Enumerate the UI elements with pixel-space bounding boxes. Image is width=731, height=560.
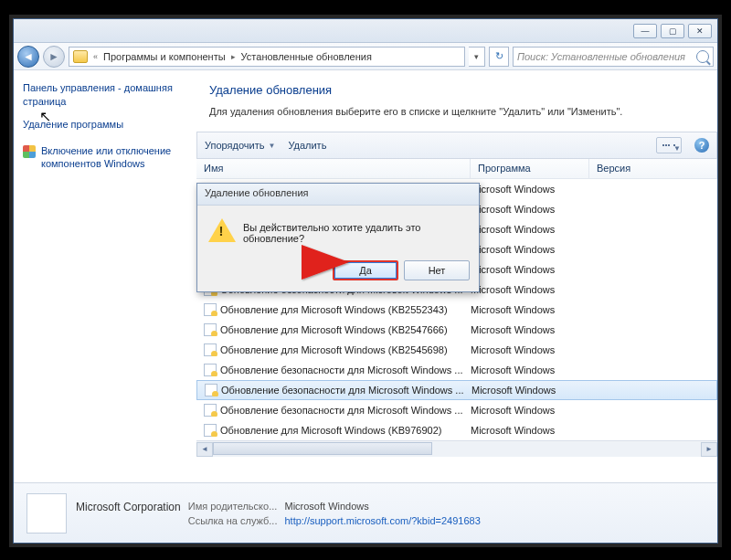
scroll-right-icon[interactable]: ► — [701, 442, 717, 457]
breadcrumb-programs[interactable]: Программы и компоненты — [103, 51, 226, 62]
update-program: Microsoft Windows — [471, 244, 589, 255]
refresh-button[interactable]: ↻ — [489, 47, 509, 67]
update-program: Microsoft Windows — [471, 365, 589, 375]
update-program: Microsoft Windows — [471, 284, 589, 295]
chevron-right-icon: ▸ — [231, 52, 236, 61]
table-row[interactable]: Обновление для Microsoft Windows (KB9769… — [196, 420, 717, 440]
maximize-button[interactable]: ▢ — [661, 24, 684, 38]
update-name: Обновление безопасности для Microsoft Wi… — [221, 385, 464, 396]
update-name: Обновление для Microsoft Windows (KB9769… — [220, 425, 441, 436]
warning-icon — [208, 218, 234, 242]
search-input[interactable]: Поиск: Установленные обновления — [513, 47, 714, 67]
forward-button[interactable]: ► — [43, 46, 65, 68]
breadcrumb-updates[interactable]: Установленные обновления — [241, 51, 372, 62]
address-bar[interactable]: « Программы и компоненты ▸ Установленные… — [69, 47, 465, 67]
view-button[interactable]: ▼ — [656, 137, 682, 153]
organize-menu[interactable]: Упорядочить▼ — [205, 140, 275, 151]
dialog-message: Вы действительно хотите удалить это обно… — [243, 218, 468, 244]
update-program: Microsoft Windows — [471, 264, 589, 275]
help-button[interactable]: ? — [694, 138, 709, 153]
details-pane: Microsoft Corporation Имя родительско...… — [14, 482, 717, 543]
table-row[interactable]: Обновление для Microsoft Windows (KB2547… — [196, 320, 717, 340]
sidebar-link-home[interactable]: Панель управления - домашняя страница — [23, 81, 187, 109]
confirm-dialog: Удаление обновления Вы действительно хот… — [196, 183, 480, 292]
table-row[interactable]: Обновление безопасности для Microsoft Wi… — [196, 380, 717, 400]
update-program: Microsoft Windows — [471, 425, 589, 436]
update-program: Microsoft Windows — [471, 405, 589, 416]
close-button[interactable]: ✕ — [688, 24, 712, 38]
update-program: Microsoft Windows — [471, 324, 589, 335]
col-name[interactable]: Имя — [196, 159, 471, 178]
update-icon — [204, 404, 217, 417]
sidebar-link-uninstall[interactable]: Удаление программы — [23, 118, 123, 132]
publisher-name: Microsoft Corporation — [76, 501, 181, 513]
update-program: Microsoft Windows — [471, 204, 589, 215]
search-icon — [696, 50, 709, 63]
update-program: Microsoft Windows — [471, 224, 589, 235]
update-icon — [204, 303, 217, 316]
folder-icon — [73, 50, 88, 63]
delete-button[interactable]: Удалить — [288, 140, 326, 151]
update-name: Обновление для Microsoft Windows (KB2547… — [220, 324, 448, 335]
update-name: Обновление для Microsoft Windows (KB2552… — [220, 304, 448, 315]
support-link-label: Ссылка на служб... — [188, 515, 278, 526]
chevron-icon: « — [93, 52, 98, 61]
table-row[interactable]: Обновление для Microsoft Windows (KB2545… — [196, 340, 717, 360]
update-name: Обновление безопасности для Microsoft Wi… — [220, 365, 463, 375]
page-subtitle: Для удаления обновления выберите его в с… — [209, 106, 705, 117]
update-name: Обновление безопасности для Microsoft Wi… — [220, 405, 463, 416]
support-link[interactable]: http://support.microsoft.com/?kbid=24916… — [284, 515, 480, 526]
table-row[interactable]: Обновление безопасности для Microsoft Wi… — [196, 400, 717, 420]
update-program: Microsoft Windows — [471, 304, 589, 315]
update-icon — [204, 323, 217, 336]
update-icon — [205, 384, 217, 396]
search-placeholder: Поиск: Установленные обновления — [517, 51, 685, 62]
parent-value: Microsoft Windows — [284, 501, 480, 513]
scroll-thumb[interactable] — [213, 442, 432, 455]
table-row[interactable]: Обновление безопасности для Microsoft Wi… — [196, 360, 717, 380]
back-button[interactable]: ◄ — [17, 46, 39, 68]
publisher-icon — [26, 493, 67, 534]
update-icon — [204, 424, 217, 437]
update-program: Microsoft Windows — [471, 344, 589, 355]
dialog-title: Удаление обновления — [197, 184, 479, 206]
parent-label: Имя родительско... — [188, 501, 278, 513]
column-headers: Имя Программа Версия — [196, 159, 717, 179]
horizontal-scrollbar[interactable]: ◄ ► — [196, 440, 717, 457]
minimize-button[interactable]: — — [633, 24, 657, 38]
titlebar: — ▢ ✕ — [14, 19, 717, 43]
toolbar: Упорядочить▼ Удалить ▼ ? — [196, 132, 717, 159]
sidebar: Панель управления - домашняя страница Уд… — [14, 70, 196, 482]
page-title: Удаление обновления — [209, 83, 705, 97]
navbar: ◄ ► « Программы и компоненты ▸ Установле… — [14, 43, 717, 70]
scroll-left-icon[interactable]: ◄ — [196, 442, 213, 457]
update-icon — [204, 343, 217, 356]
address-dropdown[interactable]: ▾ — [469, 47, 485, 67]
col-program[interactable]: Программа — [471, 159, 589, 178]
col-version[interactable]: Версия — [589, 159, 717, 178]
no-button[interactable]: Нет — [404, 260, 470, 280]
update-name: Обновление для Microsoft Windows (KB2545… — [220, 344, 448, 355]
yes-button[interactable]: Да — [333, 260, 398, 280]
update-program: Microsoft Windows — [471, 184, 589, 195]
update-icon — [204, 364, 217, 376]
update-program: Microsoft Windows — [471, 385, 590, 396]
sidebar-link-features[interactable]: Включение или отключение компонентов Win… — [41, 144, 187, 172]
shield-icon — [23, 145, 36, 158]
table-row[interactable]: Обновление для Microsoft Windows (KB2552… — [196, 300, 717, 320]
